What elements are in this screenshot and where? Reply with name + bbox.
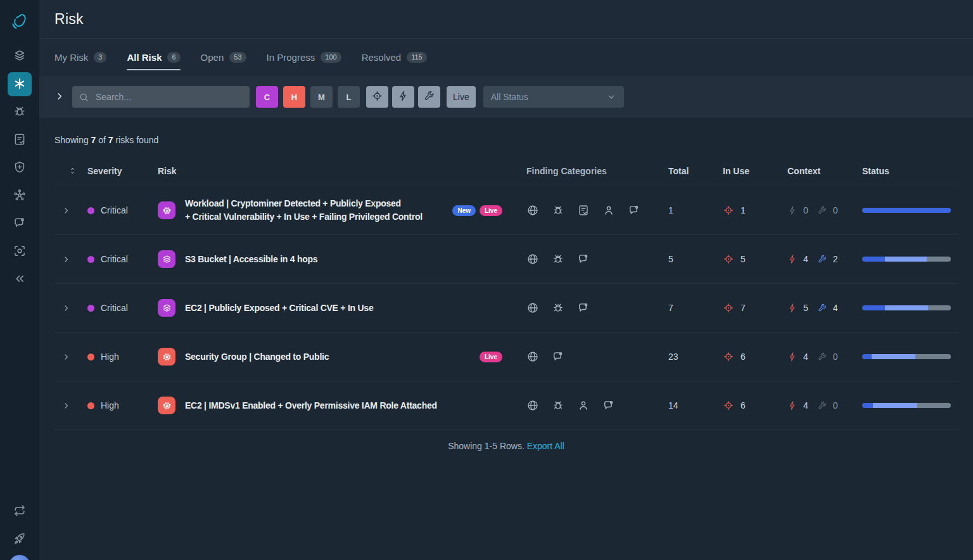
context-lightning-group: 0 [787,205,808,215]
sidebar-item-shield-plus[interactable] [8,156,32,180]
bug-icon [552,399,564,412]
column-severity[interactable]: Severity [76,166,147,176]
severity-cell: High [76,352,147,362]
tab-my-risk[interactable]: My Risk3 [54,39,106,76]
in-use-value: 7 [741,303,746,313]
risk-title[interactable]: Security Group | Changed to Public [185,350,329,364]
status-cell [860,208,958,213]
table-row[interactable]: CriticalS3 Bucket | Accessible in 4 hops… [54,235,958,284]
in-use-cell: 1 [719,205,782,216]
chat-icon [13,216,27,232]
tab-count-badge: 100 [321,52,341,63]
risk-title-line: Workload | Cryptominer Detected + Public… [185,197,423,210]
search-input[interactable] [94,91,243,103]
filter-lightning-button[interactable] [392,86,414,108]
risk-cell: EC2 | IMDSv1 Enabled + Overly Permissive… [147,397,526,414]
sidebar-item-collapse[interactable] [8,267,32,291]
collapse-icon [13,272,27,288]
table-row[interactable]: CriticalEC2 | Publicly Exposed + Critica… [54,284,958,333]
globe-icon [526,399,539,412]
sidebar-item-doc-check[interactable] [8,128,32,152]
layers-icon [13,49,27,65]
column-total[interactable]: Total [667,166,719,176]
column-in-use[interactable]: In Use [719,166,782,176]
total-cell: 14 [667,400,719,410]
lightning-icon [787,400,798,410]
chevron-right-icon[interactable] [62,402,70,410]
sort-icon[interactable] [62,167,77,175]
status-bar-segment [862,257,885,262]
expand-cell [54,402,76,410]
user-avatar[interactable] [9,555,30,560]
context-value: 2 [833,254,838,264]
column-context[interactable]: Context [782,166,860,176]
chevron-right-icon[interactable] [62,304,70,312]
person-icon [602,204,615,217]
filter-wrench-button[interactable] [418,86,440,108]
status-dropdown[interactable]: All Status [483,86,624,108]
context-value: 0 [833,400,838,410]
chevron-right-icon[interactable] [62,207,70,215]
lightning-icon [787,205,798,215]
chevron-right-icon[interactable] [62,353,70,361]
severity-filter-l-button[interactable]: L [338,86,360,108]
status-cell [860,305,958,310]
risk-title-line: EC2 | Publicly Exposed + Critical CVE + … [185,302,373,315]
context-cell: 40 [782,352,860,362]
status-bar-segment [915,354,951,359]
column-status[interactable]: Status [860,166,958,176]
risk-title[interactable]: Workload | Cryptominer Detected + Public… [185,197,423,224]
lightning-icon [787,352,798,362]
finding-categories-cell [526,399,667,412]
tab-open[interactable]: Open53 [201,39,246,76]
table-row[interactable]: HighEC2 | IMDSv1 Enabled + Overly Permis… [54,381,958,430]
tab-in-progress[interactable]: In Progress100 [267,39,341,76]
column-risk[interactable]: Risk [147,166,526,176]
brand-logo-icon[interactable] [10,10,30,32]
table-header: Severity Risk Finding Categories Total I… [54,156,958,186]
table-row[interactable]: HighSecurity Group | Changed to PublicLi… [54,333,958,381]
filter-target-button[interactable] [366,86,388,108]
sidebar-item-repeat[interactable] [8,499,32,523]
context-value: 4 [803,254,808,264]
scan-icon [13,244,27,260]
status-cell [860,257,958,262]
total-cell: 7 [667,303,719,313]
expand-cell [54,255,76,264]
sidebar-item-rocket[interactable] [8,527,32,551]
pagination-summary: Showing 1-5 Rows. Export All [54,441,958,451]
chat-icon [552,350,564,363]
context-value: 0 [833,352,838,362]
risk-title[interactable]: EC2 | Publicly Exposed + Critical CVE + … [185,302,373,315]
sidebar-item-layers[interactable] [8,44,32,68]
severity-filter-m-button[interactable]: M [310,86,333,108]
column-finding-categories[interactable]: Finding Categories [526,166,667,176]
severity-label: Critical [101,303,128,313]
page-header: Risk [39,0,973,39]
live-filter-button[interactable]: Live [447,86,476,108]
severity-filter-c-button[interactable]: C [256,86,278,108]
tab-all-risk[interactable]: All Risk6 [127,39,180,76]
table-row[interactable]: CriticalWorkload | Cryptominer Detected … [54,186,958,235]
status-dropdown-value: All Status [491,92,528,102]
tab-count-badge: 3 [94,52,106,63]
tab-label: Open [201,52,224,63]
sidebar-item-asterisk[interactable] [8,72,32,96]
tab-count-badge: 115 [407,52,427,63]
export-all-link[interactable]: Export All [527,441,564,451]
context-value: 4 [833,303,838,313]
tab-resolved[interactable]: Resolved115 [362,39,427,76]
sidebar-item-scan[interactable] [8,239,32,264]
risk-title[interactable]: S3 Bucket | Accessible in 4 hops [185,253,317,266]
total-cell: 23 [667,352,719,362]
bug-icon [552,204,564,217]
sidebar-item-bug-scan[interactable] [8,100,32,124]
search-box[interactable] [72,86,250,108]
severity-dot [87,207,94,214]
chevron-right-icon[interactable] [62,255,70,264]
risk-title[interactable]: EC2 | IMDSv1 Enabled + Overly Permissive… [185,399,437,412]
filters-expand-chevron-icon[interactable] [54,91,66,103]
sidebar-item-chat[interactable] [8,212,32,236]
sidebar-item-network[interactable] [8,184,32,208]
severity-filter-h-button[interactable]: H [283,86,305,108]
